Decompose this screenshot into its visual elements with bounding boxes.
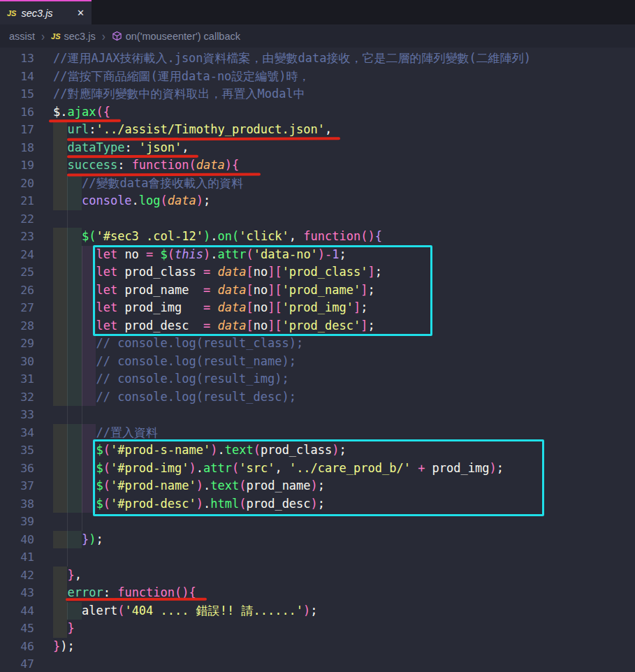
indent-guide	[82, 406, 82, 424]
code-text: //置入資料	[53, 424, 158, 442]
code-text: console.log(data);	[53, 192, 210, 210]
line-number: 30	[0, 355, 53, 368]
line-number: 45	[0, 622, 53, 635]
breadcrumb-item-assist[interactable]: assist	[9, 31, 35, 42]
code-text: $('#prod-img').attr('src', '../care_prod…	[53, 460, 504, 478]
line-number: 46	[0, 640, 53, 653]
code-line[interactable]: 33	[0, 406, 635, 424]
line-number: 41	[0, 550, 53, 564]
code-line[interactable]: 29 // console.log(result_class);	[0, 335, 635, 353]
code-text: // console.log(result_img);	[53, 370, 289, 388]
tab-sec3js[interactable]: JS sec3.js ✕	[0, 0, 92, 24]
line-number: 26	[0, 284, 53, 297]
tab-filename: sec3.js	[21, 8, 52, 19]
line-number: 43	[0, 586, 53, 599]
line-number: 35	[0, 444, 53, 457]
code-line[interactable]: 38 $('#prod-desc').html(prod_desc);	[0, 495, 635, 513]
code-text: let prod_desc = data[no]['prod_desc'];	[53, 317, 375, 335]
line-number: 42	[0, 569, 53, 582]
code-line[interactable]: 37 $('#prod-name').text(prod_name);	[0, 477, 635, 495]
code-line[interactable]: 27 let prod_img = data[no]['prod_img'];	[0, 299, 635, 317]
indent-guide	[82, 513, 82, 531]
code-area[interactable]: 13//運用AJAX技術載入.json資料檔案，由變數data接收，它是二層的陣…	[0, 48, 635, 672]
code-text: //變數data會接收載入的資料	[53, 175, 243, 193]
code-line[interactable]: 23 $('#sec3 .col-12').on('click', functi…	[0, 228, 635, 246]
code-line[interactable]: 20 //變數data會接收載入的資料	[0, 175, 635, 193]
code-text: //對應陣列變數中的資料取出，再置入Modal中	[53, 85, 305, 103]
code-line[interactable]: 40 });	[0, 531, 635, 549]
code-line[interactable]: 39	[0, 513, 635, 531]
line-number: 33	[0, 408, 53, 421]
line-number: 39	[0, 515, 53, 528]
code-line[interactable]: 43 error: function(){	[0, 584, 635, 602]
line-number: 17	[0, 123, 53, 136]
line-number: 24	[0, 248, 53, 261]
code-text: //運用AJAX技術載入.json資料檔案，由變數data接收，它是二層的陣列變…	[53, 50, 531, 68]
line-number: 18	[0, 141, 53, 154]
code-line[interactable]: 36 $('#prod-img').attr('src', '../care_p…	[0, 460, 635, 478]
code-line[interactable]: 35 $('#prod-s-name').text(prod_class);	[0, 441, 635, 460]
line-number: 16	[0, 105, 53, 119]
code-line[interactable]: 26 let prod_name = data[no]['prod_name']…	[0, 282, 635, 300]
code-line[interactable]: 19 success: function(data){	[0, 156, 635, 175]
line-number: 19	[0, 159, 53, 172]
code-line[interactable]: 24 let no = $(this).attr('data-no')-1;	[0, 246, 635, 264]
code-line[interactable]: 25 let prod_class = data[no]['prod_class…	[0, 263, 635, 282]
code-text: $('#prod-s-name').text(prod_class);	[53, 441, 346, 460]
line-number: 13	[0, 52, 53, 65]
code-text: // console.log(result_desc);	[53, 388, 296, 407]
code-line[interactable]: 47	[0, 655, 635, 672]
code-text: }	[53, 620, 75, 638]
code-text: $('#prod-name').text(prod_name);	[53, 477, 325, 495]
line-number: 36	[0, 462, 53, 475]
code-line[interactable]: 21 console.log(data);	[0, 192, 635, 210]
code-line[interactable]: 18 dataType: 'json',	[0, 139, 635, 157]
line-number: 15	[0, 87, 53, 101]
js-file-icon: JS	[51, 32, 60, 41]
line-number: 37	[0, 479, 53, 492]
code-line[interactable]: 16$.ajax({	[0, 103, 635, 122]
js-file-icon: JS	[7, 9, 16, 17]
line-number: 40	[0, 533, 53, 546]
line-number: 14	[0, 70, 53, 83]
breadcrumb: assist › JS sec3.js › on('mouseenter') c…	[0, 24, 635, 48]
code-line[interactable]: 32 // console.log(result_desc);	[0, 388, 635, 407]
code-text: $('#sec3 .col-12').on('click', function(…	[53, 228, 382, 246]
code-line[interactable]: 41	[0, 548, 635, 567]
code-text: // console.log(result_class);	[53, 335, 303, 353]
chevron-right-icon: ›	[41, 29, 45, 43]
breadcrumb-item-file[interactable]: JS sec3.js	[51, 31, 96, 42]
code-text: alert('404 .... 錯誤!! 請......');	[53, 602, 318, 620]
code-line[interactable]: 14//當按下商品縮圖(運用data-no設定編號)時，	[0, 68, 635, 86]
indent-guide	[67, 513, 68, 531]
code-text: dataType: 'json',	[53, 139, 189, 157]
code-line[interactable]: 34 //置入資料	[0, 424, 635, 442]
line-number: 31	[0, 372, 53, 386]
close-icon[interactable]: ✕	[77, 8, 85, 18]
code-line[interactable]: 28 let prod_desc = data[no]['prod_desc']…	[0, 317, 635, 335]
code-text: });	[53, 638, 75, 656]
line-number: 32	[0, 390, 53, 404]
code-text: url:'../assist/Timothy_product.json',	[53, 121, 332, 139]
code-text: success: function(data){	[53, 156, 239, 175]
code-line[interactable]: 13//運用AJAX技術載入.json資料檔案，由變數data接收，它是二層的陣…	[0, 50, 635, 68]
breadcrumb-item-symbol[interactable]: on('mouseenter') callback	[112, 31, 240, 42]
code-line[interactable]: 31 // console.log(result_img);	[0, 370, 635, 388]
line-number: 38	[0, 497, 53, 511]
line-number: 22	[0, 212, 53, 226]
code-line[interactable]: 46});	[0, 638, 635, 656]
code-text: let prod_class = data[no]['prod_class'];	[53, 263, 382, 282]
code-line[interactable]: 44 alert('404 .... 錯誤!! 請......');	[0, 602, 635, 620]
code-line[interactable]: 42 },	[0, 567, 635, 585]
code-line[interactable]: 30 // console.log(result_name);	[0, 353, 635, 371]
code-text: $('#prod-desc').html(prod_desc);	[53, 495, 325, 513]
chevron-right-icon: ›	[102, 29, 105, 43]
code-line[interactable]: 22	[0, 210, 635, 228]
code-text: },	[53, 567, 82, 585]
code-line[interactable]: 17 url:'../assist/Timothy_product.json',	[0, 121, 635, 139]
code-line[interactable]: 15//對應陣列變數中的資料取出，再置入Modal中	[0, 85, 635, 103]
symbol-method-icon	[112, 31, 122, 41]
line-number: 20	[0, 177, 53, 190]
code-line[interactable]: 45 }	[0, 620, 635, 638]
indent-guide	[67, 210, 68, 228]
